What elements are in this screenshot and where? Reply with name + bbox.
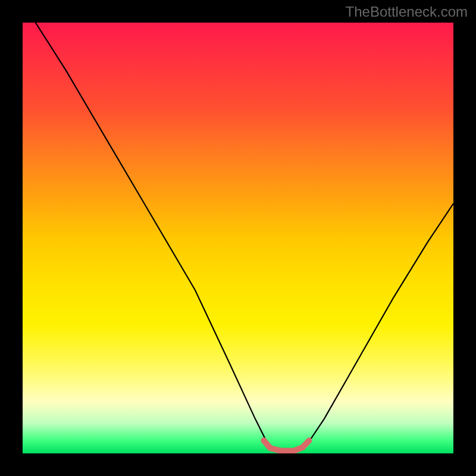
plot-area — [23, 23, 453, 453]
curve-right — [307, 203, 453, 444]
curve-left — [36, 23, 268, 445]
valley-highlight — [264, 440, 309, 450]
chart-svg — [23, 23, 453, 453]
watermark-text: TheBottleneck.com — [346, 4, 468, 20]
